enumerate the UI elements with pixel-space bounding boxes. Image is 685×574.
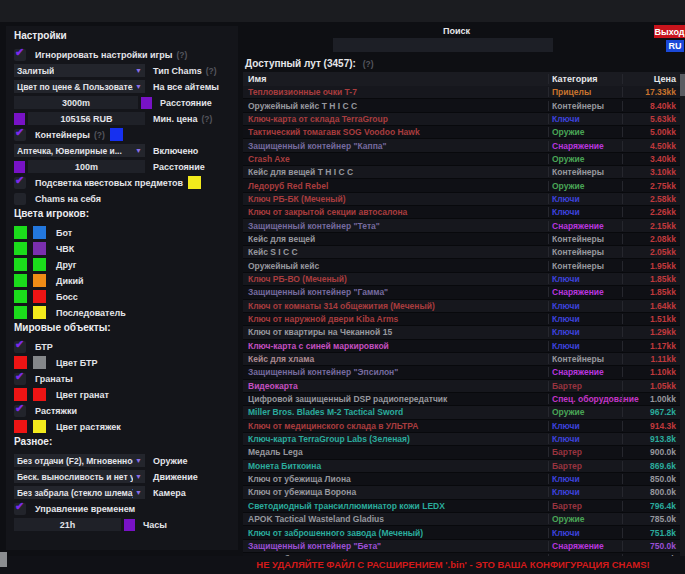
hours-label: Часы bbox=[143, 520, 167, 530]
color-swatch[interactable] bbox=[33, 356, 46, 369]
item-name: Ключ от квартиры на Чеканной 15 bbox=[243, 327, 548, 337]
column-header-name[interactable]: Имя bbox=[243, 74, 548, 84]
table-row[interactable]: APOK Tactical Wasteland GladiusОружие785… bbox=[243, 513, 680, 526]
table-row[interactable]: Оружейный кейс T H I C CКонтейнеры8.40kk bbox=[243, 99, 680, 112]
table-row[interactable]: Miller Bros. Blades M-2 Tactical SwordОр… bbox=[243, 406, 680, 419]
player-color-row: Друг bbox=[14, 258, 238, 271]
item-category: Ключи bbox=[548, 421, 622, 431]
color-swatch[interactable] bbox=[33, 420, 46, 433]
table-row[interactable]: Кейс для вещейКонтейнеры2.08kk bbox=[243, 233, 680, 246]
dropdown-value: Беск. выносливость и нет уста bbox=[17, 472, 133, 482]
table-row[interactable]: Ключ от медицинского склада в УЛЬТРАКлюч… bbox=[243, 420, 680, 433]
table-row[interactable]: Кейс S I C CКонтейнеры2.05kk bbox=[243, 246, 680, 259]
color-swatch[interactable] bbox=[33, 242, 46, 255]
hours-color-swatch[interactable] bbox=[124, 519, 135, 531]
player-color-row: Последователь bbox=[14, 306, 238, 319]
table-row[interactable]: Тепловизионные очки T-7Прицелы17.33kk bbox=[243, 86, 680, 99]
color-swatch[interactable] bbox=[33, 290, 46, 303]
table-row[interactable]: Ключ-карта TerraGroup Labs (Зеленая)Ключ… bbox=[243, 433, 680, 446]
quest-color-swatch[interactable] bbox=[188, 176, 201, 189]
camera-dropdown[interactable]: Без забрала (стекло шлема) ▼ bbox=[14, 486, 145, 499]
included-dropdown[interactable]: Аптечка, Ювелирные и... ▼ bbox=[14, 144, 145, 157]
table-row[interactable]: Оружейный кейсКонтейнеры1.95kk bbox=[243, 259, 680, 272]
table-row[interactable]: Ключ-карта от склада TerraGroupКлючи5.63… bbox=[243, 113, 680, 126]
color-swatch[interactable] bbox=[33, 388, 46, 401]
tripwires-checkbox[interactable]: ✔ bbox=[14, 405, 26, 417]
table-row[interactable]: Ключ от комнаты 314 общежития (Меченый)К… bbox=[243, 300, 680, 313]
item-price: 5.00kk bbox=[622, 127, 680, 137]
ignore-game-settings-checkbox[interactable]: ✔ bbox=[14, 49, 26, 61]
item-name: Тепловизионные очки T-7 bbox=[243, 87, 548, 97]
color-swatch[interactable] bbox=[33, 258, 46, 271]
table-row[interactable]: Ледоруб Red RebelОружие2.75kk bbox=[243, 179, 680, 192]
column-header-category[interactable]: Категория bbox=[548, 74, 622, 84]
distance2-input[interactable]: 100m bbox=[28, 160, 145, 173]
table-row[interactable]: Ключ от квартиры на Чеканной 15Ключи1.29… bbox=[243, 326, 680, 339]
table-row[interactable]: Ключ от закрытой секции автосалонаКлючи2… bbox=[243, 206, 680, 219]
min-price-color-swatch[interactable] bbox=[14, 113, 25, 125]
table-row[interactable]: ВидеокартаБартер1.05kk bbox=[243, 380, 680, 393]
distance2-color-swatch[interactable] bbox=[14, 161, 25, 173]
item-price: 900.0k bbox=[622, 447, 680, 457]
quest-items-checkbox[interactable]: ✔ bbox=[14, 177, 26, 189]
movement-dropdown[interactable]: Беск. выносливость и нет уста ▼ bbox=[14, 470, 145, 483]
color-swatch[interactable] bbox=[33, 306, 46, 319]
item-name: Кейс S I C C bbox=[243, 247, 548, 257]
side-handle[interactable] bbox=[0, 552, 7, 567]
table-row[interactable]: Кейс для вещей T H I C CКонтейнеры3.10kk bbox=[243, 166, 680, 179]
check-icon: ✔ bbox=[15, 175, 24, 186]
table-row[interactable]: Цифровой защищенный DSP радиопередатчикС… bbox=[243, 393, 680, 406]
table-row[interactable]: Медаль LegaБартер900.0k bbox=[243, 446, 680, 459]
player-color-row: ЧВК bbox=[14, 242, 238, 255]
chams-self-checkbox[interactable] bbox=[14, 193, 26, 205]
table-row[interactable]: Ключ от убежища ВоронаКлючи800.0k bbox=[243, 486, 680, 499]
min-price-input[interactable]: 105156 RUB bbox=[28, 112, 145, 125]
item-name: Светодиодный трансиллюминатор кожи LEDX bbox=[243, 501, 548, 511]
btr-checkbox[interactable]: ✔ bbox=[14, 341, 26, 353]
table-row[interactable]: Защищенный контейнер "Тета"Снаряжение2.1… bbox=[243, 219, 680, 232]
color-swatch[interactable] bbox=[14, 420, 27, 433]
table-row[interactable]: Светодиодный трансиллюминатор кожи LEDXБ… bbox=[243, 500, 680, 513]
distance-color-swatch[interactable] bbox=[141, 97, 152, 109]
color-swatch[interactable] bbox=[14, 226, 27, 239]
table-row[interactable]: Ключ РБ-ВО (Меченый)Ключи1.85kk bbox=[243, 273, 680, 286]
camera-row: Без забрала (стекло шлема) ▼ Камера bbox=[14, 486, 238, 499]
table-row[interactable]: Кейс для хламаКонтейнеры1.11kk bbox=[243, 353, 680, 366]
all-items-dropdown[interactable]: Цвет по цене & Пользователь ▼ bbox=[14, 80, 145, 93]
weapon-dropdown[interactable]: Без отдачи (F2), Мгновенное п ▼ bbox=[14, 454, 145, 467]
table-row[interactable]: Тактический томагавк SOG Voodoo HawkОруж… bbox=[243, 126, 680, 139]
containers-checkbox[interactable]: ✔ bbox=[14, 129, 26, 141]
table-row[interactable]: Защищенный контейнер "Бета"Снаряжение750… bbox=[243, 540, 680, 553]
color-swatch[interactable] bbox=[14, 274, 27, 287]
item-name: Ключ от убежища Ворона bbox=[243, 487, 548, 497]
hours-input[interactable]: 21h bbox=[14, 518, 121, 531]
color-swatch[interactable] bbox=[14, 258, 27, 271]
color-swatch[interactable] bbox=[33, 274, 46, 287]
column-header-price[interactable]: Цена bbox=[622, 74, 680, 84]
table-row[interactable]: Ключ-карта с синей маркировкойКлючи1.17k… bbox=[243, 340, 680, 353]
table-row[interactable]: Защищенный контейнер "Каппа"Снаряжение4.… bbox=[243, 139, 680, 152]
table-row[interactable]: Ключ РБ-БК (Меченый)Ключи2.58kk bbox=[243, 193, 680, 206]
distance-input[interactable]: 3000m bbox=[14, 96, 138, 109]
color-swatch[interactable] bbox=[14, 306, 27, 319]
color-swatch[interactable] bbox=[14, 290, 27, 303]
table-row[interactable]: Ключ от убежища ЛионаКлючи850.0k bbox=[243, 473, 680, 486]
check-icon: ✔ bbox=[15, 501, 24, 512]
table-row[interactable]: Защищенный контейнер "Эпсилон"Снаряжение… bbox=[243, 366, 680, 379]
scrollbar[interactable] bbox=[680, 72, 685, 556]
chams-type-dropdown[interactable]: Залитый ▼ bbox=[14, 64, 145, 77]
table-row[interactable]: Защищенный контейнер "Гамма"Снаряжение1.… bbox=[243, 286, 680, 299]
color-swatch[interactable] bbox=[14, 242, 27, 255]
grenades-checkbox[interactable]: ✔ bbox=[14, 373, 26, 385]
tripwires-color-label: Цвет растяжек bbox=[56, 422, 121, 432]
table-row[interactable]: Ключ от заброшенного завода (Меченый)Клю… bbox=[243, 526, 680, 539]
scrollbar-thumb[interactable] bbox=[680, 74, 685, 96]
color-swatch[interactable] bbox=[14, 388, 27, 401]
table-row[interactable]: Ключ от наружной двери Kiba ArmsКлючи1.5… bbox=[243, 313, 680, 326]
table-row[interactable]: Монета БиткоинаБартер869.6k bbox=[243, 460, 680, 473]
color-swatch[interactable] bbox=[14, 356, 27, 369]
color-swatch[interactable] bbox=[33, 226, 46, 239]
time-control-checkbox[interactable]: ✔ bbox=[14, 503, 26, 515]
table-row[interactable]: Crash AxeОружие3.40kk bbox=[243, 153, 680, 166]
containers-color-swatch[interactable] bbox=[110, 128, 123, 141]
